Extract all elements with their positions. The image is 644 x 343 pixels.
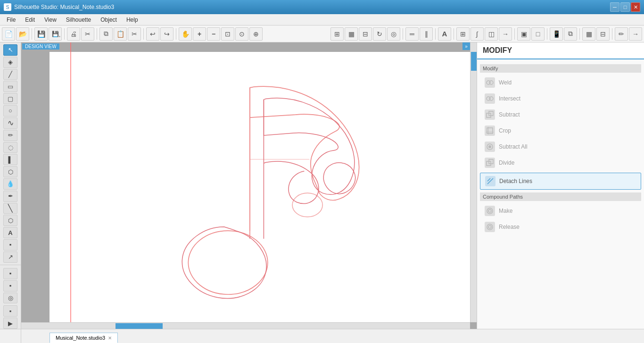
gridsnap-button[interactable]: ⊟	[359, 27, 372, 41]
subtract-all-button[interactable]: Subtract All	[480, 139, 641, 155]
tab-bar: Musical_Note.studio3 ✕	[21, 329, 644, 343]
zoom-out-button[interactable]: −	[207, 27, 220, 41]
snap-button[interactable]: ⊞	[330, 27, 344, 41]
phone-button[interactable]: 📱	[550, 27, 563, 41]
arrow-tool-button[interactable]: →	[499, 27, 512, 41]
divide-button[interactable]: Divide	[480, 155, 641, 171]
undo-button[interactable]: ↩	[146, 27, 159, 41]
pencil-draw-tool[interactable]: ✏	[3, 130, 17, 141]
text-tool[interactable]: A	[3, 227, 17, 238]
menu-file[interactable]: File	[2, 14, 20, 25]
detach-label: Detach Lines	[499, 178, 532, 184]
polygon-tool[interactable]: ⬡	[3, 215, 17, 226]
zoom-fit-button[interactable]: ⊡	[221, 27, 234, 41]
bezier-tool[interactable]: ∿	[3, 117, 17, 129]
intersect-label: Intersect	[499, 95, 520, 102]
new-button[interactable]: 📄	[2, 27, 15, 41]
knife-button[interactable]: ∫	[471, 27, 484, 41]
release-button[interactable]: Release	[480, 219, 641, 235]
maximize-button[interactable]: □	[620, 2, 630, 12]
menu-silhouette[interactable]: Silhouette	[61, 14, 96, 25]
toolbar-separator-11	[579, 28, 580, 40]
ellipse-tool[interactable]: ○	[3, 105, 17, 117]
pencil-tool-button[interactable]: ✏	[615, 27, 628, 41]
menu-object[interactable]: Object	[96, 14, 122, 25]
subtract-all-icon	[485, 142, 495, 152]
save-as-button[interactable]: 💾*	[49, 27, 62, 41]
status-left-spacer	[0, 329, 21, 343]
open-button[interactable]: 📂	[16, 27, 29, 41]
minimize-button[interactable]: ─	[610, 2, 619, 12]
weld-button[interactable]: Weld	[480, 75, 641, 91]
eraser-button[interactable]: ◫	[485, 27, 498, 41]
cut-button[interactable]: ✂	[128, 27, 141, 41]
tb-btn-1[interactable]: ▦	[582, 27, 595, 41]
horizontal-scroll-thumb[interactable]	[116, 323, 163, 329]
close-button[interactable]: ✕	[631, 2, 640, 12]
menu-edit[interactable]: Edit	[20, 14, 40, 25]
save-button[interactable]: 💾	[34, 27, 48, 41]
valign-button[interactable]: ‖	[420, 27, 433, 41]
nodes-button[interactable]: ⊞	[456, 27, 470, 41]
file-tab[interactable]: Musical_Note.studio3 ✕	[50, 333, 118, 343]
rectangle-tool[interactable]: ▭	[3, 81, 17, 92]
outline-button[interactable]: □	[531, 27, 545, 41]
bucket-tool[interactable]: ⬡	[3, 166, 17, 177]
bottom-tool-2[interactable]: ▶	[3, 318, 17, 329]
media-tool-1[interactable]: ▪	[3, 268, 17, 279]
rotate-button[interactable]: ↻	[373, 27, 386, 41]
line2-tool[interactable]: ╲	[3, 203, 17, 214]
toolbar-separator-6	[403, 28, 403, 40]
copy-button[interactable]: ⧉	[99, 27, 113, 41]
print-button[interactable]: 🖨	[67, 27, 80, 41]
grid-button[interactable]: ▦	[345, 27, 358, 41]
menu-help[interactable]: Help	[122, 14, 143, 25]
pen-tool[interactable]: ✒	[3, 191, 17, 202]
line-tool[interactable]: ╱	[3, 69, 17, 80]
paste-button[interactable]: 📋	[114, 27, 127, 41]
points-button[interactable]: ⊕	[249, 27, 263, 41]
halign-button[interactable]: ═	[405, 27, 419, 41]
crop-icon	[485, 125, 495, 136]
horizontal-scrollbar[interactable]	[21, 322, 470, 329]
circle-snap-button[interactable]: ◎	[387, 27, 400, 41]
media-tool-2[interactable]: ▪	[3, 280, 17, 292]
crop-button[interactable]: Crop	[480, 123, 641, 139]
vertical-scroll-thumb[interactable]	[471, 52, 477, 71]
zoom-in-button[interactable]: +	[193, 27, 206, 41]
fill-draw-tool[interactable]: ▪	[3, 239, 17, 251]
arrow2-button[interactable]: →	[629, 27, 642, 41]
print-cut-button[interactable]: ✂	[81, 27, 94, 41]
make-button[interactable]: Make	[480, 203, 641, 219]
tb-btn-2[interactable]: ⊟	[596, 27, 610, 41]
fill-button[interactable]: ▣	[517, 27, 530, 41]
svg-point-9	[489, 97, 493, 100]
panel-body: Modify Weld Intersect Subtract	[477, 59, 644, 329]
canvas-container[interactable]: DESIGN VIEW	[21, 42, 477, 329]
marker-tool[interactable]: ▌	[3, 154, 17, 165]
release-icon	[485, 222, 495, 232]
intersect-button[interactable]: Intersect	[480, 91, 641, 107]
redo-button[interactable]: ↪	[160, 27, 173, 41]
select-tool[interactable]: ↖	[3, 44, 17, 56]
pan-button[interactable]: ✋	[179, 27, 192, 41]
menu-view[interactable]: View	[40, 14, 61, 25]
lasso-button[interactable]: ⊙	[235, 27, 248, 41]
text-button[interactable]: A	[438, 27, 451, 41]
canvas-drawing-area[interactable]	[50, 52, 470, 322]
vertical-scrollbar[interactable]	[470, 42, 477, 322]
rounded-rect-tool[interactable]: ▢	[3, 93, 17, 104]
compound-section-header: Compound Paths	[480, 192, 641, 201]
pointer-tool[interactable]: ↗	[3, 251, 17, 263]
media-tool-3[interactable]: ◎	[3, 293, 17, 304]
layers-button[interactable]: ⧉	[564, 27, 577, 41]
detach-lines-button[interactable]: Detach Lines	[480, 173, 641, 190]
expand-button[interactable]: »	[462, 42, 470, 50]
node-edit-tool[interactable]: ◈	[3, 57, 17, 68]
dropper-tool[interactable]: 💧	[3, 178, 17, 190]
subtract-button[interactable]: Subtract	[480, 107, 641, 123]
crop-label: Crop	[499, 127, 511, 134]
eraser-draw-tool[interactable]: ◌	[3, 142, 17, 153]
bottom-tool-1[interactable]: ▪	[3, 305, 17, 317]
tab-close-button[interactable]: ✕	[108, 335, 112, 341]
